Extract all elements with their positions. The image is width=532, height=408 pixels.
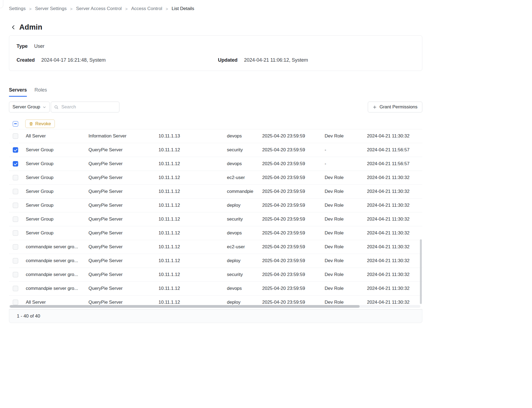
cell-granted-date: 2024-04-21 11:56:57 [367,147,422,153]
table-row: commandpie server gro... QueryPie Server… [9,240,422,254]
tab-roles[interactable]: Roles [34,87,47,97]
row-checkbox[interactable] [13,189,18,194]
table-row: commandpie server gro... QueryPie Server… [9,282,422,296]
cell-server-group: All Server [26,133,88,139]
cell-ip-address: 10.11.1.12 [159,244,227,250]
cell-server-name: QueryPie Server [88,272,159,277]
panel-corner-fragment [0,0,3,8]
page: Settings > Server Settings > Server Acce… [0,0,532,408]
cell-server-name: QueryPie Server [88,147,159,153]
cell-granted-date: 2024-04-21 11:30:32 [367,244,422,250]
info-row-dates: Created 2024-04-17 16:21:48, System Upda… [17,57,415,64]
cell-role: Dev Role [325,258,367,263]
cell-granted-date: 2024-04-21 11:30:32 [367,133,422,139]
search-input[interactable] [61,104,116,110]
cell-server-name: QueryPie Server [88,175,159,180]
page-title: Admin [19,23,42,32]
table-row: Server Group QueryPie Server 10.11.1.12 … [9,226,422,240]
type-label: Type [17,43,28,50]
created-label: Created [17,57,35,64]
table-row: Server Group QueryPie Server 10.11.1.12 … [9,185,422,199]
cell-expiry-date: 2025-04-20 23:59:59 [262,175,325,180]
cell-ip-address: 10.11.1.12 [159,230,227,236]
cell-role: Dev Role [325,216,367,222]
cell-ip-address: 10.11.1.12 [159,203,227,208]
cell-account: deploy [227,300,262,305]
grant-permissions-button[interactable]: Grant Permissions [368,102,422,112]
cell-expiry-date: 2025-04-20 23:59:59 [262,161,325,167]
breadcrumb-item-settings[interactable]: Settings [9,6,26,11]
plus-icon [373,105,377,109]
row-checkbox[interactable] [13,258,18,263]
search-box[interactable] [51,102,119,112]
horizontal-scrollbar[interactable] [9,305,420,308]
cell-server-name: QueryPie Server [88,203,159,208]
breadcrumb-item-list-details: List Details [172,6,194,11]
cell-ip-address: 10.11.1.12 [159,175,227,180]
table-row: Server Group QueryPie Server 10.11.1.12 … [9,212,422,226]
cell-ip-address: 10.11.1.12 [159,161,227,167]
revoke-button[interactable]: Revoke [25,120,55,128]
cell-role: Dev Role [325,300,367,305]
breadcrumb-item-server-settings[interactable]: Server Settings [35,6,66,11]
cell-role: - [325,161,367,167]
row-checkbox[interactable] [13,286,18,291]
select-all-checkbox[interactable] [13,121,18,127]
cell-granted-date: 2024-04-21 11:30:32 [367,175,422,180]
pagination-bar: 1 - 40 of 40 [9,309,422,323]
breadcrumb-separator: > [29,7,31,11]
row-checkbox[interactable] [13,230,18,236]
breadcrumb: Settings > Server Settings > Server Acce… [9,5,422,12]
cell-ip-address: 10.11.1.12 [159,272,227,277]
cell-server-name: QueryPie Server [88,244,159,250]
trash-icon [29,122,33,126]
row-checkbox[interactable] [13,244,18,250]
cell-account: devops [227,286,262,291]
servers-table: Revoke All Server Information Server 10.… [9,118,422,309]
cell-role: Dev Role [325,133,367,139]
breadcrumb-separator: > [70,7,72,11]
filter-row: Server Group Grant Permissions [9,102,422,112]
server-group-select-value: Server Group [12,104,40,110]
search-icon [54,105,59,109]
cell-granted-date: 2024-04-21 11:30:32 [367,300,422,305]
back-button[interactable] [11,25,16,30]
content: Settings > Server Settings > Server Acce… [9,0,422,323]
cell-account: deploy [227,258,262,263]
row-checkbox[interactable] [13,175,18,180]
horizontal-scrollbar-thumb[interactable] [10,305,360,308]
row-checkbox[interactable] [13,147,18,153]
table-row: Server Group QueryPie Server 10.11.1.12 … [9,199,422,212]
table-row: All Server Information Server 10.11.1.13… [9,129,422,143]
tab-servers[interactable]: Servers [9,87,27,97]
cell-server-group: commandpie server gro... [26,272,88,277]
cell-account: ec2-user [227,175,262,180]
row-checkbox[interactable] [13,133,18,139]
row-checkbox[interactable] [13,161,18,167]
cell-account: commandpie [227,189,262,194]
cell-server-group: Server Group [26,203,88,208]
cell-role: Dev Role [325,189,367,194]
cell-account: devops [227,133,262,139]
row-checkbox[interactable] [13,216,18,222]
server-group-select[interactable]: Server Group [9,102,50,112]
cell-role: Dev Role [325,244,367,250]
cell-account: devops [227,230,262,236]
cell-granted-date: 2024-04-21 11:30:32 [367,203,422,208]
cell-server-group: Server Group [26,147,88,153]
cell-account: ec2-user [227,244,262,250]
row-checkbox[interactable] [13,300,18,305]
breadcrumb-item-server-access-control[interactable]: Server Access Control [76,6,122,11]
vertical-scrollbar[interactable] [420,239,422,304]
cell-expiry-date: 2025-04-20 23:59:59 [262,216,325,222]
cell-granted-date: 2024-04-21 11:30:32 [367,216,422,222]
breadcrumb-item-access-control[interactable]: Access Control [131,6,162,11]
cell-ip-address: 10.11.1.12 [159,216,227,222]
row-checkbox[interactable] [13,203,18,208]
table-toolbar: Revoke [9,118,422,129]
cell-expiry-date: 2025-04-20 23:59:59 [262,244,325,250]
cell-server-name: QueryPie Server [88,258,159,263]
cell-expiry-date: 2025-04-20 23:59:59 [262,258,325,263]
cell-account: security [227,216,262,222]
row-checkbox[interactable] [13,272,18,277]
